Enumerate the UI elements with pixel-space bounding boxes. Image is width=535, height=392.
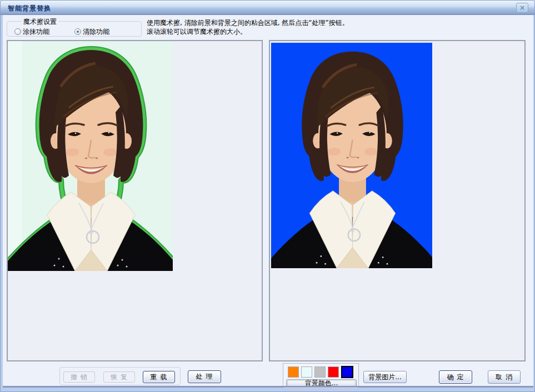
instructions-line1: 使用魔术擦, 清除前景和背景之间的粘合区域, 然后点击“处理”按钮。 [147,18,349,27]
smart-background-replace-dialog: 智能背景替换 × 魔术擦设置 涂抹功能 清除功能 使用魔术擦, 清除前景和背景之… [0,0,535,392]
color-swatch-red[interactable] [328,366,339,378]
close-icon: × [519,4,525,12]
dialog-body: 魔术擦设置 涂抹功能 清除功能 使用魔术擦, 清除前景和背景之间的粘合区域, 然… [3,15,533,388]
right-photo-result[interactable] [271,43,432,268]
background-image-button[interactable]: 背景图片... [363,371,407,383]
undo-button[interactable]: 撤 销 [63,371,95,383]
background-color-button[interactable]: 背景颜色... [286,379,357,388]
instructions-line2: 滚动滚轮可以调节魔术擦的大小。 [147,27,349,36]
color-swatch-gray[interactable] [314,366,326,378]
radio-smear-label: 涂抹功能 [23,27,49,37]
cancel-button[interactable]: 取 消 [488,370,521,384]
color-swatch-orange[interactable] [288,366,299,378]
magic-eraser-settings-label: 魔术擦设置 [22,17,58,27]
left-photo-canvas[interactable] [8,41,173,271]
color-swatch-blue-selected[interactable] [341,366,353,378]
color-swatch-white[interactable] [301,366,312,378]
radio-unselected-icon [14,28,21,35]
reload-button[interactable]: 重 载 [143,371,175,383]
titlebar[interactable]: 智能背景替换 × [1,1,534,15]
radio-erase-label: 清除功能 [83,27,109,37]
color-swatches [288,366,353,378]
radio-selected-icon [74,28,81,35]
instructions: 使用魔术擦, 清除前景和背景之间的粘合区域, 然后点击“处理”按钮。 滚动滚轮可… [147,18,349,36]
background-color-panel: 背景颜色... [283,363,359,389]
close-button[interactable]: × [516,3,528,13]
window-title: 智能背景替换 [8,4,51,13]
right-preview-panel [269,40,526,361]
left-preview-panel [7,40,263,361]
radio-erase-mode[interactable]: 清除功能 [74,27,109,36]
redo-button[interactable]: 恢 复 [103,371,135,383]
radio-smear-mode[interactable]: 涂抹功能 [14,27,49,36]
process-button[interactable]: 处 理 [188,370,221,383]
ok-button[interactable]: 确 定 [439,370,472,384]
